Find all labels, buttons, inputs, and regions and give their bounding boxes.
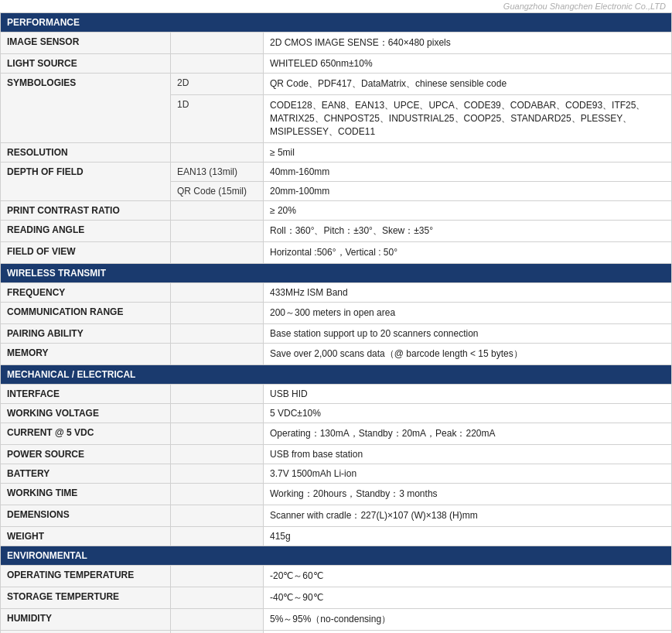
row-sub-label <box>171 324 264 344</box>
section-header: MECHANICAL / ELECTRICAL <box>1 365 672 385</box>
row-sub-label <box>171 221 264 242</box>
row-sub-label <box>171 464 264 484</box>
row-value: USB HID <box>264 385 672 404</box>
table-row: FREQUENCY433MHz ISM Band <box>1 283 672 303</box>
row-sub-label <box>171 404 264 423</box>
table-row: CURRENT @ 5 VDCOperating：130mA，Standby：2… <box>1 423 672 445</box>
table-row: FIELD OF VIEWHorizontal :506°，Vertical :… <box>1 242 672 264</box>
row-sub-label <box>171 344 264 365</box>
row-sub-label <box>171 33 264 54</box>
table-row: WORKING TIMEWorking：20hours，Standby：3 mo… <box>1 484 672 505</box>
row-label: LIGHT SOURCE <box>1 54 171 74</box>
row-label: POWER SOURCE <box>1 445 171 464</box>
row-value: -20℃～60℃ <box>264 566 672 587</box>
row-label: WORKING VOLTAGE <box>1 404 171 423</box>
table-row: DEMENSIONSScanner with cradle：227(L)×107… <box>1 505 672 527</box>
row-sub-label <box>171 609 264 631</box>
row-label: FIELD OF VIEW <box>1 242 171 264</box>
row-value: 40mm-160mm <box>264 163 672 182</box>
row-label: FREQUENCY <box>1 283 171 303</box>
section-header: WIRELESS TRANSMIT <box>1 264 672 283</box>
row-label: RESOLUTION <box>1 143 171 163</box>
row-label: PRINT CONTRAST RATIO <box>1 201 171 221</box>
row-label: OPERATING TEMPERATURE <box>1 566 171 587</box>
row-value: Roll：360°、Pitch：±30°、Skew：±35° <box>264 221 672 242</box>
row-label: CURRENT @ 5 VDC <box>1 423 171 445</box>
row-sub-label <box>171 303 264 324</box>
table-row: HUMIDITY5%～95%（no-condensing） <box>1 609 672 631</box>
table-row: LIGHT SOURCEWHITELED 650nm±10% <box>1 54 672 74</box>
row-value: Horizontal :506°，Vertical : 50° <box>264 242 672 264</box>
table-row: INTERFACEUSB HID <box>1 385 672 404</box>
table-row: MEMORYSave over 2,000 scans data（@ barco… <box>1 344 672 365</box>
row-sub-label <box>171 54 264 74</box>
row-label: DEPTH OF FIELD <box>1 163 171 201</box>
table-row: WEIGHT415g <box>1 527 672 546</box>
row-value: CODE128、EAN8、EAN13、UPCE、UPCA、CODE39、CODA… <box>264 95 672 143</box>
row-sub-label <box>171 631 264 634</box>
row-value: ≥ 5mil <box>264 143 672 163</box>
table-row: PAIRING ABILITYBase station support up t… <box>1 324 672 344</box>
section-header-label: WIRELESS TRANSMIT <box>1 264 672 283</box>
section-header-label: MECHANICAL / ELECTRICAL <box>1 365 672 385</box>
row-value: 0～100,000lux（nature light） <box>264 631 672 634</box>
row-sub-label: 1D <box>171 95 264 143</box>
row-value: 2D CMOS IMAGE SENSE：640×480 pixels <box>264 33 672 54</box>
table-row: WORKING VOLTAGE5 VDC±10% <box>1 404 672 423</box>
row-sub-label <box>171 143 264 163</box>
row-label: AMBIENT LIGHT <box>1 631 171 634</box>
row-value: 20mm-100mm <box>264 182 672 201</box>
row-value: Base station support up to 20 scanners c… <box>264 324 672 344</box>
table-row: SYMBOLOGIES2DQR Code、PDF417、DataMatrix、c… <box>1 74 672 95</box>
table-row: COMMUNICATION RANGE200～300 meters in ope… <box>1 303 672 324</box>
row-sub-label <box>171 242 264 264</box>
row-sub-label: QR Code (15mil) <box>171 182 264 201</box>
row-sub-label <box>171 505 264 527</box>
row-value: 5 VDC±10% <box>264 404 672 423</box>
row-value: Scanner with cradle：227(L)×107 (W)×138 (… <box>264 505 672 527</box>
row-label: BATTERY <box>1 464 171 484</box>
row-label: IMAGE SENSOR <box>1 33 171 54</box>
watermark: Guangzhou Shangchen Electronic Co.,LTD <box>0 0 672 12</box>
row-label: WORKING TIME <box>1 484 171 505</box>
row-value: WHITELED 650nm±10% <box>264 54 672 74</box>
row-value: 200～300 meters in open area <box>264 303 672 324</box>
row-label: READING ANGLE <box>1 221 171 242</box>
row-sub-label <box>171 484 264 505</box>
row-value: 415g <box>264 527 672 546</box>
table-row: POWER SOURCEUSB from base station <box>1 445 672 464</box>
row-value: 5%～95%（no-condensing） <box>264 609 672 631</box>
row-label: INTERFACE <box>1 385 171 404</box>
row-value: QR Code、PDF417、DataMatrix、chinese sensib… <box>264 74 672 95</box>
table-row: AMBIENT LIGHT0～100,000lux（nature light） <box>1 631 672 634</box>
table-row: PRINT CONTRAST RATIO≥ 20% <box>1 201 672 221</box>
table-row: OPERATING TEMPERATURE-20℃～60℃ <box>1 566 672 587</box>
row-label: PAIRING ABILITY <box>1 324 171 344</box>
row-sub-label <box>171 587 264 609</box>
spec-sheet: Guangzhou Shangchen Electronic Co.,LTD P… <box>0 0 672 633</box>
row-label: STORAGE TEMPERTURE <box>1 587 171 609</box>
row-value: Operating：130mA，Standby：20mA，Peak：220mA <box>264 423 672 445</box>
row-sub-label <box>171 283 264 303</box>
row-value: 433MHz ISM Band <box>264 283 672 303</box>
table-row: BATTERY3.7V 1500mAh Li-ion <box>1 464 672 484</box>
row-label: SYMBOLOGIES <box>1 74 171 143</box>
table-row: RESOLUTION≥ 5mil <box>1 143 672 163</box>
row-value: 3.7V 1500mAh Li-ion <box>264 464 672 484</box>
section-header-label: PERFORMANCE <box>1 13 672 33</box>
section-header: PERFORMANCE <box>1 13 672 33</box>
row-sub-label <box>171 566 264 587</box>
row-value: ≥ 20% <box>264 201 672 221</box>
row-label: MEMORY <box>1 344 171 365</box>
row-value: -40℃～90℃ <box>264 587 672 609</box>
table-row: READING ANGLERoll：360°、Pitch：±30°、Skew：±… <box>1 221 672 242</box>
row-label: WEIGHT <box>1 527 171 546</box>
row-label: HUMIDITY <box>1 609 171 631</box>
table-row: STORAGE TEMPERTURE-40℃～90℃ <box>1 587 672 609</box>
row-value: USB from base station <box>264 445 672 464</box>
row-sub-label <box>171 527 264 546</box>
row-sub-label <box>171 445 264 464</box>
row-sub-label: EAN13 (13mil) <box>171 163 264 182</box>
table-row: IMAGE SENSOR2D CMOS IMAGE SENSE：640×480 … <box>1 33 672 54</box>
row-value: Save over 2,000 scans data（@ barcode len… <box>264 344 672 365</box>
